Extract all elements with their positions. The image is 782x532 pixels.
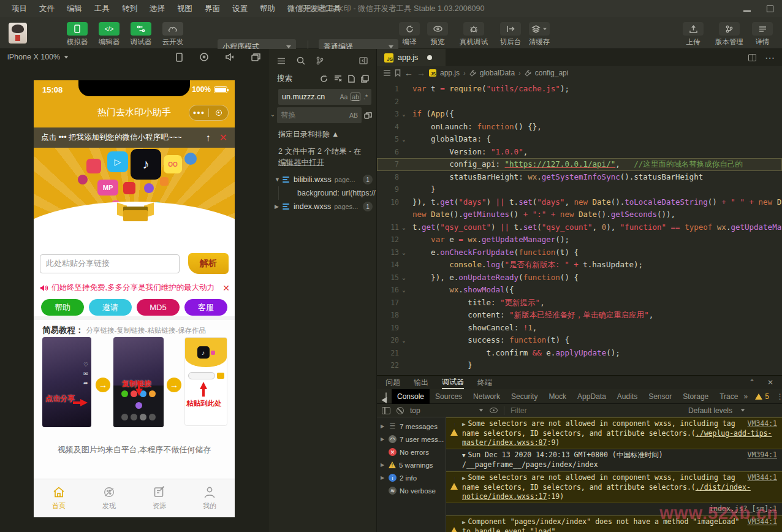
console-filter-row[interactable]: ▶i 2 info [377, 471, 446, 484]
match-case-toggle[interactable]: Aa [340, 93, 347, 101]
tab-resources[interactable]: 资源 [134, 479, 184, 517]
compile-button[interactable]: 编译 [396, 22, 423, 47]
unsaved-dot-icon[interactable] [427, 55, 432, 60]
search-file-row[interactable]: ▶ index.wxsspages... 1 [268, 200, 376, 213]
debugger-toggle-button[interactable]: 调试器 [124, 22, 158, 47]
editor-tab-appjs[interactable]: JS app.js [377, 49, 446, 66]
collapse-panel-icon[interactable]: ⌃ [749, 378, 755, 387]
preserve-case-toggle[interactable]: AB [349, 112, 358, 119]
panel-tab-问题[interactable]: 问题 [385, 376, 400, 389]
devtools-tab-storage[interactable]: Storage [677, 389, 714, 404]
details-button[interactable]: 详情 [749, 22, 776, 47]
menu-item[interactable]: 界面 [199, 2, 226, 15]
invite-button[interactable]: 邀请 [89, 299, 132, 316]
real-device-debug-button[interactable]: 真机调试 [454, 22, 494, 47]
search-input[interactable]: un.muzzz.cn Aa ab .* [278, 89, 371, 105]
more-tabs-icon[interactable]: » [743, 392, 748, 401]
split-editor-icon[interactable] [748, 54, 756, 61]
search-match-row[interactable]: background: url(https://… [278, 186, 376, 200]
collapse-all-icon[interactable] [361, 75, 369, 83]
git-branch-icon[interactable] [316, 56, 324, 65]
console-filter-row[interactable]: ▶ 5 warnings [377, 458, 446, 471]
list-icon[interactable] [277, 58, 286, 64]
devtools-tab-sources[interactable]: Sources [430, 389, 468, 404]
file-link[interactable]: ./weplug-add-tips-master/index.wxss:87 [462, 429, 772, 447]
switch-background-button[interactable]: 切后台 [495, 22, 526, 47]
close-panel-icon[interactable]: ✕ [767, 378, 773, 387]
dirs-toggle[interactable]: 指定目录和排除 ▲ [268, 123, 376, 140]
console-sidebar-toggle-icon[interactable] [382, 407, 390, 414]
clear-results-icon[interactable] [334, 75, 342, 82]
avatar[interactable] [9, 23, 27, 44]
capsule-menu[interactable]: ●●● [189, 105, 229, 121]
more-icon[interactable]: ●●● [189, 110, 208, 116]
warning-count-badge[interactable]: 5 [755, 392, 769, 401]
panel-tab-输出[interactable]: 输出 [414, 376, 428, 389]
console-filter-input[interactable]: Filter [511, 406, 602, 415]
code-area[interactable]: 1 var t = require("utils/cache.js"); 2 3… [377, 80, 782, 372]
outline-icon[interactable] [383, 70, 391, 76]
devtools-tab-security[interactable]: Security [506, 389, 543, 404]
share-link-input[interactable]: 此处粘贴分享链接 [40, 254, 180, 273]
exit-icon[interactable] [209, 110, 228, 116]
mute-icon[interactable] [226, 53, 234, 61]
console-filter-row[interactable]: ▶☰ 7 messages [377, 420, 446, 433]
source-link[interactable]: VM344:1 [748, 517, 777, 526]
devtools-menu-icon[interactable]: ⋮ [776, 392, 782, 401]
replace-input[interactable]: 替换 AB [277, 107, 362, 123]
upload-button[interactable]: 上传 [679, 22, 707, 47]
replace-all-icon[interactable] [364, 112, 373, 120]
menu-item[interactable]: 编辑 [61, 2, 88, 15]
panel-tab-调试器[interactable]: 调试器 [442, 376, 464, 389]
service-button[interactable]: 客服 [184, 299, 227, 316]
inspect-element-icon[interactable] [385, 392, 387, 400]
banner-close-icon[interactable]: ✕ [219, 132, 227, 143]
devtools-tab-mock[interactable]: Mock [543, 389, 572, 404]
menu-item[interactable]: 工具 [89, 2, 115, 15]
search-icon[interactable] [297, 56, 305, 65]
console-log[interactable]: VM394:1▼Sun Dec 13 2020 14:20:13 GMT+080… [446, 449, 782, 471]
tab-home[interactable]: 首页 [34, 479, 84, 517]
frame-context-dropdown[interactable]: top [410, 406, 484, 415]
device-selector[interactable]: iPhone X 100% [7, 53, 60, 61]
menu-item[interactable]: 选择 [144, 2, 170, 15]
whole-word-toggle[interactable]: ab [351, 93, 360, 101]
simulator-toggle-button[interactable]: 模拟器 [60, 22, 94, 47]
parse-button[interactable]: 解析 [188, 253, 229, 274]
preview-button[interactable]: 预览 [424, 22, 451, 47]
open-in-editor-link[interactable]: 编辑器中打开 [278, 158, 324, 167]
panel-tab-终端[interactable]: 终端 [477, 376, 492, 389]
version-control-button[interactable]: 版本管理 [710, 22, 749, 47]
breadcrumb-symbol[interactable]: config_api [535, 69, 569, 77]
menu-item[interactable]: 视图 [172, 2, 198, 15]
maximize-icon[interactable] [767, 6, 773, 12]
record-icon[interactable] [200, 53, 208, 61]
refresh-icon[interactable] [320, 75, 328, 83]
clear-console-icon[interactable] [397, 407, 404, 414]
menu-item[interactable]: 帮助 [254, 2, 281, 15]
md5-button[interactable]: MD5 [137, 299, 180, 316]
console-warning[interactable]: VM344:1▶Some selectors are not allowed i… [446, 417, 782, 449]
source-link[interactable]: VM344:1 [748, 419, 777, 428]
minimize-icon[interactable] [743, 10, 751, 12]
cloud-dev-button[interactable]: 云开发 [156, 22, 190, 47]
devtools-tab-network[interactable]: Network [468, 389, 506, 404]
breadcrumb-file[interactable]: app.js [440, 69, 460, 77]
multi-window-icon[interactable] [251, 53, 260, 61]
devtools-tab-appdata[interactable]: AppData [572, 389, 612, 404]
collapse-sidebar-icon[interactable] [359, 57, 368, 64]
devtools-tab-trace[interactable]: Trace [714, 389, 743, 404]
menu-item[interactable]: 文件 [34, 2, 60, 15]
editor-toggle-button[interactable]: </> 编辑器 [92, 22, 126, 47]
menu-item[interactable]: 设置 [227, 2, 253, 15]
console-filter-row[interactable]: ✕ No errors [377, 446, 446, 458]
console-filter-row[interactable]: ≋ No verbose [377, 484, 446, 497]
console-warning[interactable]: VM344:1▶Component "pages/index/index" do… [446, 515, 782, 532]
device-frame-icon[interactable] [176, 53, 183, 62]
more-actions-icon[interactable]: ⋯ [765, 52, 775, 64]
breadcrumb-symbol[interactable]: globalData [480, 69, 515, 77]
log-levels-dropdown[interactable]: Default levels [688, 406, 745, 415]
regex-toggle[interactable]: .* [363, 93, 368, 101]
menu-item[interactable]: 项目 [6, 2, 32, 15]
toggle-replace-icon[interactable]: ⌄ [268, 111, 277, 118]
